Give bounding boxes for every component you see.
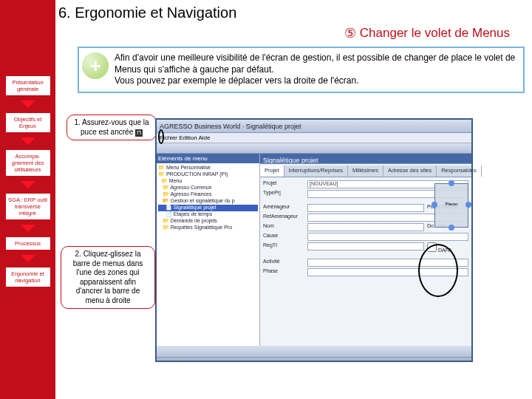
arrow-down-icon bbox=[21, 137, 35, 145]
arrow-down-icon bbox=[21, 255, 35, 262]
arrow-down-icon bbox=[21, 225, 35, 232]
tree-item[interactable]: 📁 Agresso Commun bbox=[158, 185, 258, 191]
app-statusbar bbox=[157, 346, 471, 358]
label-activite: Activité bbox=[263, 259, 304, 267]
tab-adresse[interactable]: Adresse des sites bbox=[383, 166, 437, 177]
input-cause[interactable] bbox=[307, 233, 468, 241]
tree-item[interactable]: 📂 Gestion et signalétique du p bbox=[158, 198, 258, 205]
tree-item[interactable]: 📁 Menu Personnalisé bbox=[158, 165, 258, 171]
anchor-pin-icon: ⊓ bbox=[135, 129, 143, 137]
page-subtitle: ⑤ Changer le volet de Menus bbox=[55, 23, 532, 44]
label-typeprj: TypePrj bbox=[263, 190, 304, 198]
dock-hint-panel[interactable]: Placer bbox=[434, 183, 468, 228]
dock-dot-left[interactable] bbox=[432, 202, 437, 208]
sidebar-item-accompagnement[interactable]: Accompa-gnement des utilisateurs bbox=[5, 149, 51, 177]
intro-line1: Afin d'avoir une meilleure visibilité de… bbox=[115, 52, 515, 75]
callout-2: 2. Cliquez-glissez la barre de menus dan… bbox=[61, 246, 155, 309]
tree-item[interactable]: 📁 Agresso Finances bbox=[158, 191, 258, 198]
app-screenshot: AGRESSO Business World · Signalétique pr… bbox=[155, 118, 473, 362]
label-refamenageur: RefAmenageur bbox=[263, 214, 304, 222]
bullet-icon: ⑤ bbox=[344, 26, 356, 41]
tab-projet[interactable]: Projet bbox=[260, 166, 284, 177]
sidebar: Présentation générale Objectifs et Enjeu… bbox=[0, 0, 55, 399]
dock-dot-right[interactable] bbox=[466, 202, 471, 208]
app-main: Eléments de menu 📁 Menu Personnalisé 📁 P… bbox=[157, 154, 471, 346]
label-nom: Nom bbox=[263, 223, 304, 231]
app-toolbar[interactable] bbox=[157, 143, 471, 154]
subtitle-text: Changer le volet de Menus bbox=[360, 26, 510, 40]
menu-tree-panel[interactable]: Eléments de menu 📁 Menu Personnalisé 📁 P… bbox=[157, 154, 260, 346]
sidebar-item-processus[interactable]: Processus bbox=[5, 236, 51, 250]
arrow-down-icon bbox=[21, 181, 35, 188]
arrow-down-icon bbox=[21, 100, 35, 108]
sidebar-item-ergonomie[interactable]: Ergonomie et navigation bbox=[5, 267, 51, 287]
input-amenageur[interactable] bbox=[307, 204, 424, 212]
app-menubar[interactable]: Fichier Edition Aide bbox=[157, 133, 471, 143]
sidebar-item-objectifs[interactable]: Objectifs et Enjeux bbox=[5, 112, 51, 133]
page-title: 6. Ergonomie et Navigation bbox=[55, 0, 532, 23]
intro-text: Afin d'avoir une meilleure visibilité de… bbox=[115, 52, 517, 87]
callout-1: 1. Assurez-vous que la puce est ancrée ⊓ bbox=[66, 115, 157, 140]
label-cause: Cause bbox=[263, 233, 304, 241]
label-projet: Projet bbox=[263, 180, 304, 188]
tree-item[interactable]: 📁 Menu bbox=[158, 178, 258, 185]
form-title: Signalétique projet bbox=[260, 154, 471, 164]
app-titlebar: AGRESSO Business World · Signalétique pr… bbox=[157, 120, 471, 133]
form-tabs: Projet Interruptions/Reprises Millésimes… bbox=[260, 166, 471, 177]
tree-item[interactable]: 📁 PRODUCTION INRAP (PI) bbox=[158, 171, 258, 178]
highlight-circle-1 bbox=[158, 129, 164, 144]
label-phase: Phase bbox=[263, 268, 304, 276]
tree-item-selected[interactable]: 📄 Signalétique projet bbox=[158, 205, 258, 211]
input-nom[interactable] bbox=[307, 223, 424, 231]
dock-dot-top[interactable] bbox=[449, 180, 454, 186]
plus-icon bbox=[82, 52, 109, 79]
sidebar-item-presentation[interactable]: Présentation générale bbox=[5, 75, 51, 96]
highlight-circle-2 bbox=[418, 244, 458, 297]
intro-box: Afin d'avoir une meilleure visibilité de… bbox=[78, 47, 525, 93]
label-amenageur: Aménageur bbox=[263, 204, 304, 212]
label-regti: RegTI bbox=[263, 242, 304, 253]
tree-item[interactable]: 📁 Requêtes Signalétique Pro bbox=[158, 225, 258, 231]
input-regti[interactable] bbox=[307, 242, 424, 250]
dock-label: Placer bbox=[437, 202, 466, 206]
tree-header: Eléments de menu bbox=[157, 154, 259, 163]
tab-millesimes[interactable]: Millésimes bbox=[348, 166, 383, 177]
sidebar-item-sga[interactable]: SGA : ERP outil transverse intégré bbox=[5, 193, 51, 220]
tree-item[interactable]: 📁 Demande de projets bbox=[158, 218, 258, 225]
dock-dot-bottom[interactable] bbox=[449, 225, 454, 231]
intro-line2: Vous pouvez par exemple le déplacer vers… bbox=[115, 75, 358, 86]
tree-item[interactable]: 📄 Etapes de temps bbox=[158, 211, 258, 218]
tab-responsables[interactable]: Responsables bbox=[437, 166, 482, 177]
tab-interruptions[interactable]: Interruptions/Reprises bbox=[284, 166, 348, 177]
